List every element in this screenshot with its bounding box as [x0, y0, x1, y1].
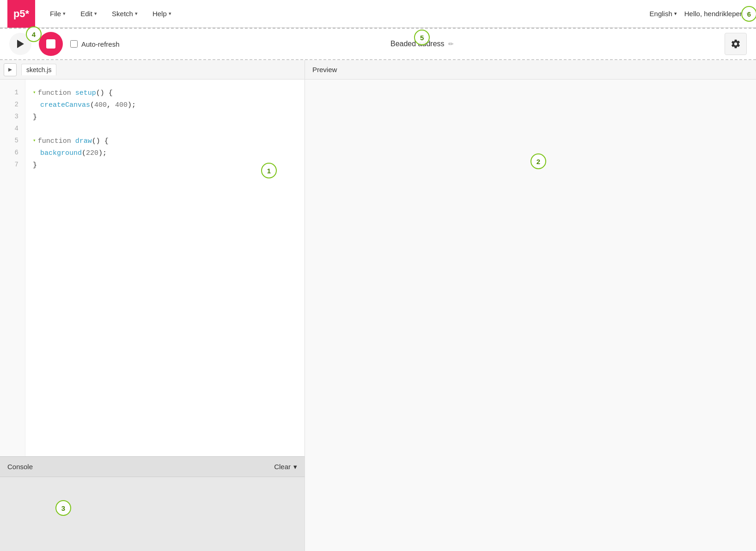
- expand-files-button[interactable]: [4, 63, 17, 76]
- play-icon: [16, 39, 24, 49]
- menu-right: English ▾ Hello, hendrikleper! ▾ 6: [650, 10, 749, 18]
- edit-menu-arrow: ▾: [94, 11, 97, 17]
- language-button[interactable]: English ▾: [650, 10, 677, 18]
- sketch-menu-arrow: ▾: [135, 11, 138, 17]
- sketch-menu[interactable]: Sketch ▾: [106, 6, 143, 21]
- preview-body: 2: [305, 80, 756, 551]
- code-line-2: createCanvas(400, 400);: [33, 99, 297, 111]
- toolbar: 4 Auto-refresh Beaded address ✏ 5: [0, 28, 756, 60]
- code-editor[interactable]: 1 2 3 4 5 6 7 ▾ function setup() {: [0, 80, 305, 456]
- preview-header: Preview: [305, 60, 756, 80]
- code-line-5: ▾ function draw() {: [33, 135, 297, 147]
- code-line-1: ▾ function setup() {: [33, 87, 297, 99]
- code-line-3: }: [33, 111, 297, 123]
- language-arrow: ▾: [674, 11, 677, 17]
- logo: p5*: [7, 0, 35, 28]
- help-menu-arrow: ▾: [169, 11, 171, 17]
- expand-icon: [7, 67, 13, 73]
- clear-console-button[interactable]: Clear ▾: [274, 463, 297, 471]
- code-line-6: background(220);: [33, 147, 297, 159]
- gear-icon: [731, 39, 741, 49]
- console-panel: Console Clear ▾ 3: [0, 456, 305, 551]
- file-menu-arrow: ▾: [63, 11, 66, 17]
- svg-marker-0: [17, 40, 24, 48]
- file-tab-sketchjs[interactable]: sketch.js: [21, 64, 56, 75]
- console-body: 3: [0, 477, 305, 551]
- stop-button[interactable]: [39, 32, 63, 56]
- annotation-2: 2: [530, 153, 546, 169]
- annotation-3: 3: [55, 500, 71, 516]
- edit-sketch-name-icon[interactable]: ✏: [448, 40, 454, 48]
- auto-refresh-checkbox[interactable]: [70, 40, 78, 48]
- menu-bar: p5* File ▾ Edit ▾ Sketch ▾ Help ▾ Englis…: [0, 0, 756, 28]
- code-line-7: }: [33, 159, 297, 171]
- editor-tabs: sketch.js: [0, 60, 305, 80]
- user-arrow: ▾: [746, 11, 749, 17]
- edit-menu[interactable]: Edit ▾: [75, 6, 103, 21]
- console-header: Console Clear ▾: [0, 457, 305, 477]
- collapse-arrow-1: ▾: [33, 88, 36, 98]
- svg-marker-1: [8, 68, 12, 72]
- stop-icon: [46, 39, 55, 49]
- collapse-arrow-5: ▾: [33, 136, 36, 146]
- line-numbers: 1 2 3 4 5 6 7: [0, 80, 25, 456]
- auto-refresh-label[interactable]: Auto-refresh: [70, 40, 120, 48]
- editor-panel: sketch.js 1 2 3 4 5 6 7 ▾ function: [0, 60, 305, 551]
- help-menu[interactable]: Help ▾: [147, 6, 177, 21]
- settings-button[interactable]: [725, 33, 747, 55]
- file-menu[interactable]: File ▾: [44, 6, 71, 21]
- main-area: sketch.js 1 2 3 4 5 6 7 ▾ function: [0, 60, 756, 551]
- sketch-name: Beaded address ✏ 5: [127, 40, 717, 48]
- user-button[interactable]: Hello, hendrikleper! ▾: [684, 10, 749, 18]
- console-title: Console: [7, 463, 33, 471]
- code-line-4: [33, 123, 297, 135]
- play-button[interactable]: [9, 33, 31, 55]
- menu-items: File ▾ Edit ▾ Sketch ▾ Help ▾: [44, 6, 650, 21]
- preview-panel: Preview 2: [305, 60, 756, 551]
- code-content[interactable]: ▾ function setup() { createCanvas(400, 4…: [25, 80, 305, 456]
